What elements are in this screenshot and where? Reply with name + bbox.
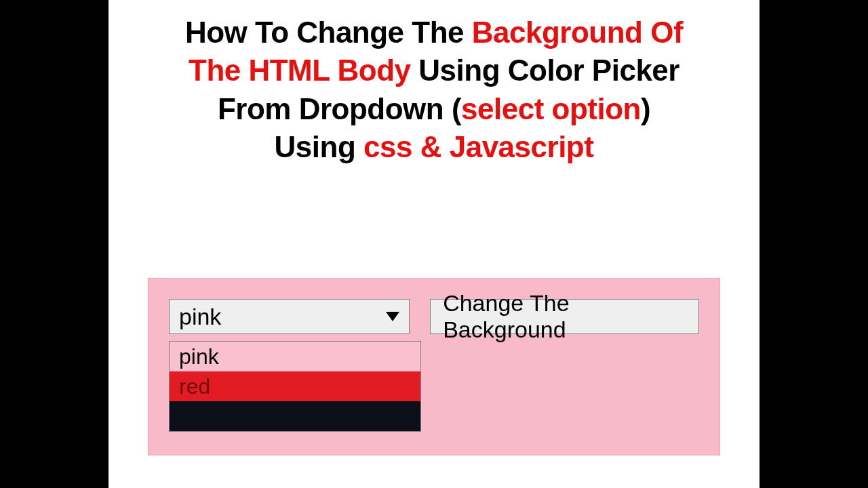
title-seg: How To Change The [185,16,472,49]
title-seg: select option [461,92,641,125]
title-line-2: The HTML Body Using Color Picker [129,52,739,89]
color-select-value: pink [179,304,221,330]
change-background-button[interactable]: Change The Background [430,299,699,334]
option-pink[interactable]: pink [170,342,420,371]
page-title: How To Change The Background Of The HTML… [108,0,760,166]
title-seg: From Dropdown ( [218,92,461,125]
chevron-down-icon [386,312,399,321]
color-select-options: pink red [169,341,421,432]
title-seg: The HTML Body [189,54,411,87]
title-seg: ) [641,92,650,125]
controls-row: pink Change The Background [169,299,699,334]
title-seg: Using [275,130,363,163]
title-line-4: Using css & Javascript [129,128,739,166]
content-stage: How To Change The Background Of The HTML… [108,0,760,488]
option-label: pink [179,344,219,369]
title-seg: css & Javascript [363,130,593,163]
color-select[interactable]: pink [169,299,410,334]
option-red[interactable]: red [170,371,420,401]
option-label: red [179,374,210,399]
button-label: Change The Background [443,290,686,343]
demo-panel: pink Change The Background pink red [148,278,720,455]
option-dark[interactable] [170,401,420,431]
title-line-3: From Dropdown (select option) [129,90,739,128]
title-seg: Background Of [472,16,683,49]
title-seg: Using Color Picker [411,54,679,87]
title-line-1: How To Change The Background Of [129,14,739,52]
